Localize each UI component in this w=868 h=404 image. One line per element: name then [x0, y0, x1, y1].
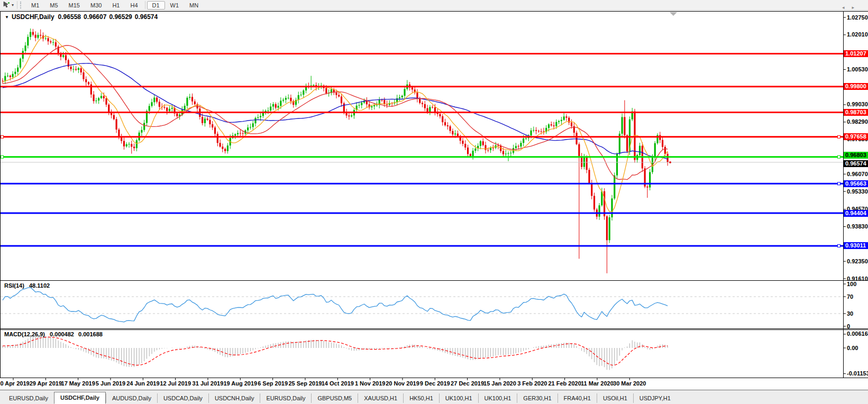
date-tick-label: 1 Nov 2019: [355, 380, 385, 387]
rsi-line: [3, 288, 668, 322]
date-tick-label: 20 Nov 2019: [386, 380, 419, 387]
price-tick-label: 0.92350: [847, 258, 868, 265]
price-level-label: 0.96574: [844, 160, 868, 167]
macd-header: MACD(12,26,9) 0.000482 0.001688: [4, 331, 103, 337]
ma_fast-line: [3, 36, 668, 212]
rsi-tick-label: 0: [847, 323, 868, 330]
price-tick-label: 1.02010: [847, 31, 868, 38]
date-tick-label: 21 Feb 2020: [548, 380, 581, 387]
rsi-tick-label: 100: [847, 281, 868, 288]
price-tick-label: 1.02750: [847, 14, 868, 21]
date-tick-label: 3 Feb 2020: [517, 380, 547, 387]
price-level-label: 0.99800: [844, 83, 868, 90]
horizontal-levels: [1, 53, 843, 247]
macd-value-signal: 0.001688: [78, 331, 103, 337]
ohlc-low: 0.96529: [109, 13, 132, 21]
price-level-label: 0.98703: [844, 109, 868, 116]
ma_slow-line: [3, 63, 668, 159]
price-level-label: 1.01207: [844, 50, 868, 57]
chart-symbol-label: USDCHF,Daily: [12, 13, 54, 21]
date-tick-label: 11 Mar 2020: [581, 380, 614, 387]
macd-tick-label: -0.011531: [847, 370, 868, 377]
level-handle[interactable]: [838, 135, 840, 138]
mt4-chart-window: ▾ M1M5M15M30H1H4D1W1MN ▼USDCHF,Daily0.96…: [0, 0, 868, 404]
date-tick-label: 29 Apr 2019: [30, 380, 62, 387]
ohlc-high: 0.96607: [84, 13, 106, 21]
price-tick-label: 0.96070: [847, 171, 868, 178]
date-tick-label: 6 Sep 2019: [258, 380, 288, 387]
date-tick-label: 31 Jul 2019: [193, 380, 224, 387]
rsi-label: RSI(14): [4, 282, 24, 289]
macd-tick-label: 0.00: [847, 345, 868, 352]
chart-shift-marker[interactable]: [670, 12, 677, 16]
date-tick-label: 24 Jun 2019: [126, 380, 159, 387]
rsi-value: 48.1102: [29, 282, 50, 289]
price-level-label: 0.97658: [844, 133, 868, 140]
date-tick-label: 9 Dec 2019: [420, 380, 450, 387]
level-handle[interactable]: [838, 155, 840, 158]
level-handle[interactable]: [838, 182, 840, 185]
date-tick-label: 10 Apr 2019: [0, 380, 30, 387]
date-tick-label: 15 Jan 2020: [483, 380, 516, 387]
price-tick-label: 0.93830: [847, 223, 868, 230]
price-tick-label: 0.99030: [847, 101, 868, 108]
price-level-label: 0.93011: [844, 242, 868, 249]
rsi-tick-label: 70: [847, 293, 868, 300]
level-handle[interactable]: [838, 244, 840, 247]
price-tick-label: 0.98290: [847, 118, 868, 125]
chart-plot-area[interactable]: [0, 0, 868, 404]
date-tick-label: 19 Aug 2019: [223, 380, 257, 387]
price-level-label: 0.94404: [844, 210, 868, 217]
date-tick-label: 17 May 2019: [61, 380, 95, 387]
rsi-header: RSI(14) 48.1102: [4, 282, 50, 289]
price-tick-label: 1.00530: [847, 66, 868, 73]
ohlc-close: 0.96574: [135, 13, 158, 21]
chart-title: ▼USDCHF,Daily0.965580.966070.965290.9657…: [5, 13, 158, 21]
level-handle[interactable]: [1, 135, 4, 138]
macd-histogram: [3, 335, 668, 370]
date-tick-label: 14 Oct 2019: [322, 380, 354, 387]
date-tick-label: 12 Jul 2019: [160, 380, 191, 387]
macd-tick-label: 0.006167: [847, 330, 868, 337]
macd-signal-line: [3, 337, 668, 365]
date-tick-label: 30 Mar 2020: [613, 380, 646, 387]
date-tick-label: 27 Dec 2019: [451, 380, 484, 387]
price-level-label: 0.95663: [844, 180, 868, 187]
date-tick-label: 5 Jun 2019: [96, 380, 125, 387]
date-tick-label: 25 Sep 2019: [288, 380, 322, 387]
macd-label: MACD(12,26,9): [4, 331, 45, 337]
price-tick-label: 0.95330: [847, 188, 868, 195]
ohlc-open: 0.96558: [58, 13, 81, 21]
rsi-tick-label: 30: [847, 310, 868, 317]
price-level-label: 0.96803: [844, 152, 868, 159]
window-menu-icon[interactable]: ▼: [5, 15, 9, 20]
macd-value-main: 0.000482: [50, 331, 74, 337]
last-price-marker: [669, 161, 671, 163]
level-handle[interactable]: [1, 155, 4, 158]
